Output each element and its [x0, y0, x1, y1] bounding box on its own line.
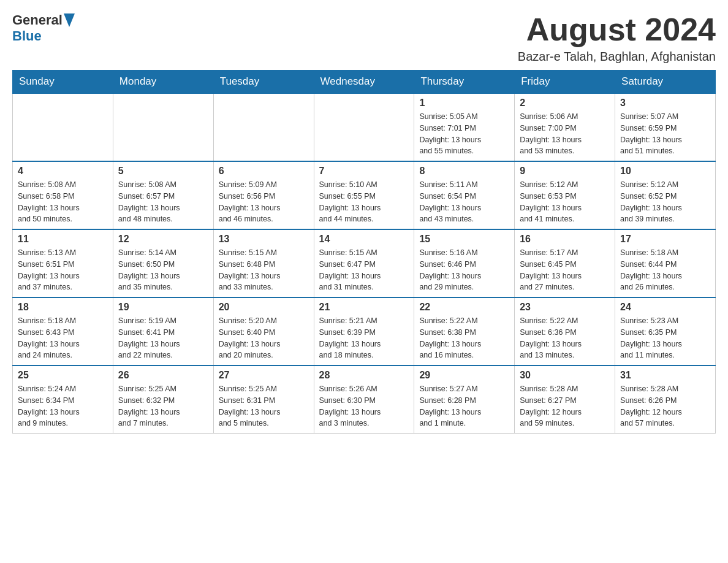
weekday-header-wednesday: Wednesday — [314, 71, 414, 94]
calendar-day-26: 26Sunrise: 5:25 AMSunset: 6:32 PMDayligh… — [113, 366, 213, 434]
day-number: 12 — [118, 234, 208, 245]
weekday-header-sunday: Sunday — [13, 71, 113, 94]
day-info: Sunrise: 5:08 AMSunset: 6:58 PMDaylight:… — [18, 179, 108, 225]
calendar-week-row: 1Sunrise: 5:05 AMSunset: 7:01 PMDaylight… — [13, 93, 716, 161]
calendar-day-19: 19Sunrise: 5:19 AMSunset: 6:41 PMDayligh… — [113, 297, 213, 366]
day-info: Sunrise: 5:11 AMSunset: 6:54 PMDaylight:… — [419, 179, 509, 225]
day-number: 29 — [419, 370, 509, 381]
calendar-day-31: 31Sunrise: 5:28 AMSunset: 6:26 PMDayligh… — [615, 366, 716, 434]
day-info: Sunrise: 5:05 AMSunset: 7:01 PMDaylight:… — [419, 111, 509, 157]
calendar-day-24: 24Sunrise: 5:23 AMSunset: 6:35 PMDayligh… — [615, 297, 716, 366]
day-info: Sunrise: 5:14 AMSunset: 6:50 PMDaylight:… — [118, 247, 208, 293]
day-number: 10 — [620, 166, 710, 177]
calendar-day-12: 12Sunrise: 5:14 AMSunset: 6:50 PMDayligh… — [113, 229, 213, 297]
day-info: Sunrise: 5:07 AMSunset: 6:59 PMDaylight:… — [620, 111, 710, 157]
calendar-day-2: 2Sunrise: 5:06 AMSunset: 7:00 PMDaylight… — [515, 93, 615, 161]
day-info: Sunrise: 5:09 AMSunset: 6:56 PMDaylight:… — [219, 179, 309, 225]
day-number: 27 — [219, 370, 309, 381]
month-title: August 2024 — [518, 12, 716, 47]
day-number: 22 — [419, 302, 509, 313]
day-number: 8 — [419, 166, 509, 177]
day-number: 20 — [219, 302, 309, 313]
day-number: 31 — [620, 370, 710, 381]
calendar-day-11: 11Sunrise: 5:13 AMSunset: 6:51 PMDayligh… — [13, 229, 113, 297]
day-number: 7 — [319, 166, 409, 177]
calendar-day-1: 1Sunrise: 5:05 AMSunset: 7:01 PMDaylight… — [414, 93, 515, 161]
day-number: 6 — [219, 166, 309, 177]
day-info: Sunrise: 5:16 AMSunset: 6:46 PMDaylight:… — [419, 247, 509, 293]
calendar-day-28: 28Sunrise: 5:26 AMSunset: 6:30 PMDayligh… — [314, 366, 414, 434]
calendar-day-16: 16Sunrise: 5:17 AMSunset: 6:45 PMDayligh… — [515, 229, 615, 297]
weekday-header-friday: Friday — [515, 71, 615, 94]
day-info: Sunrise: 5:28 AMSunset: 6:26 PMDaylight:… — [620, 383, 710, 429]
calendar-day-empty — [314, 93, 414, 161]
calendar-day-3: 3Sunrise: 5:07 AMSunset: 6:59 PMDaylight… — [615, 93, 716, 161]
calendar-day-22: 22Sunrise: 5:22 AMSunset: 6:38 PMDayligh… — [414, 297, 515, 366]
day-number: 13 — [219, 234, 309, 245]
calendar-day-empty — [13, 93, 113, 161]
calendar-day-6: 6Sunrise: 5:09 AMSunset: 6:56 PMDaylight… — [213, 161, 314, 229]
calendar-table: SundayMondayTuesdayWednesdayThursdayFrid… — [12, 70, 716, 434]
day-info: Sunrise: 5:17 AMSunset: 6:45 PMDaylight:… — [520, 247, 610, 293]
calendar-day-20: 20Sunrise: 5:20 AMSunset: 6:40 PMDayligh… — [213, 297, 314, 366]
day-info: Sunrise: 5:18 AMSunset: 6:44 PMDaylight:… — [620, 247, 710, 293]
calendar-day-21: 21Sunrise: 5:21 AMSunset: 6:39 PMDayligh… — [314, 297, 414, 366]
day-info: Sunrise: 5:27 AMSunset: 6:28 PMDaylight:… — [419, 383, 509, 429]
day-number: 25 — [18, 370, 108, 381]
day-number: 28 — [319, 370, 409, 381]
svg-marker-0 — [64, 13, 75, 27]
calendar-day-10: 10Sunrise: 5:12 AMSunset: 6:52 PMDayligh… — [615, 161, 716, 229]
weekday-header-thursday: Thursday — [414, 71, 515, 94]
weekday-header-tuesday: Tuesday — [213, 71, 314, 94]
day-number: 23 — [520, 302, 610, 313]
weekday-header-monday: Monday — [113, 71, 213, 94]
calendar-week-row: 18Sunrise: 5:18 AMSunset: 6:43 PMDayligh… — [13, 297, 716, 366]
day-info: Sunrise: 5:08 AMSunset: 6:57 PMDaylight:… — [118, 179, 208, 225]
day-number: 16 — [520, 234, 610, 245]
calendar-day-30: 30Sunrise: 5:28 AMSunset: 6:27 PMDayligh… — [515, 366, 615, 434]
calendar-day-5: 5Sunrise: 5:08 AMSunset: 6:57 PMDaylight… — [113, 161, 213, 229]
logo-general-text: General — [12, 12, 63, 28]
day-number: 30 — [520, 370, 610, 381]
calendar-week-row: 11Sunrise: 5:13 AMSunset: 6:51 PMDayligh… — [13, 229, 716, 297]
location-subtitle: Bazar-e Talah, Baghlan, Afghanistan — [518, 50, 716, 64]
day-number: 24 — [620, 302, 710, 313]
day-info: Sunrise: 5:22 AMSunset: 6:38 PMDaylight:… — [419, 315, 509, 361]
calendar-day-9: 9Sunrise: 5:12 AMSunset: 6:53 PMDaylight… — [515, 161, 615, 229]
calendar-day-4: 4Sunrise: 5:08 AMSunset: 6:58 PMDaylight… — [13, 161, 113, 229]
calendar-header-row: SundayMondayTuesdayWednesdayThursdayFrid… — [13, 71, 716, 94]
day-info: Sunrise: 5:26 AMSunset: 6:30 PMDaylight:… — [319, 383, 409, 429]
page-header: General Blue August 2024 Bazar-e Talah, … — [12, 12, 716, 64]
day-number: 19 — [118, 302, 208, 313]
day-number: 15 — [419, 234, 509, 245]
day-info: Sunrise: 5:12 AMSunset: 6:53 PMDaylight:… — [520, 179, 610, 225]
calendar-day-8: 8Sunrise: 5:11 AMSunset: 6:54 PMDaylight… — [414, 161, 515, 229]
day-number: 21 — [319, 302, 409, 313]
logo: General Blue — [12, 12, 75, 44]
day-info: Sunrise: 5:24 AMSunset: 6:34 PMDaylight:… — [18, 383, 108, 429]
day-number: 5 — [118, 166, 208, 177]
day-info: Sunrise: 5:18 AMSunset: 6:43 PMDaylight:… — [18, 315, 108, 361]
day-number: 2 — [520, 98, 610, 109]
day-number: 14 — [319, 234, 409, 245]
day-info: Sunrise: 5:19 AMSunset: 6:41 PMDaylight:… — [118, 315, 208, 361]
calendar-day-15: 15Sunrise: 5:16 AMSunset: 6:46 PMDayligh… — [414, 229, 515, 297]
day-number: 17 — [620, 234, 710, 245]
calendar-day-23: 23Sunrise: 5:22 AMSunset: 6:36 PMDayligh… — [515, 297, 615, 366]
day-number: 1 — [419, 98, 509, 109]
day-info: Sunrise: 5:25 AMSunset: 6:32 PMDaylight:… — [118, 383, 208, 429]
day-info: Sunrise: 5:25 AMSunset: 6:31 PMDaylight:… — [219, 383, 309, 429]
calendar-day-7: 7Sunrise: 5:10 AMSunset: 6:55 PMDaylight… — [314, 161, 414, 229]
day-number: 9 — [520, 166, 610, 177]
calendar-day-27: 27Sunrise: 5:25 AMSunset: 6:31 PMDayligh… — [213, 366, 314, 434]
day-info: Sunrise: 5:15 AMSunset: 6:47 PMDaylight:… — [319, 247, 409, 293]
day-number: 26 — [118, 370, 208, 381]
calendar-day-empty — [213, 93, 314, 161]
day-number: 18 — [18, 302, 108, 313]
calendar-day-17: 17Sunrise: 5:18 AMSunset: 6:44 PMDayligh… — [615, 229, 716, 297]
day-info: Sunrise: 5:10 AMSunset: 6:55 PMDaylight:… — [319, 179, 409, 225]
day-info: Sunrise: 5:15 AMSunset: 6:48 PMDaylight:… — [219, 247, 309, 293]
day-info: Sunrise: 5:06 AMSunset: 7:00 PMDaylight:… — [520, 111, 610, 157]
calendar-day-empty — [113, 93, 213, 161]
calendar-week-row: 25Sunrise: 5:24 AMSunset: 6:34 PMDayligh… — [13, 366, 716, 434]
